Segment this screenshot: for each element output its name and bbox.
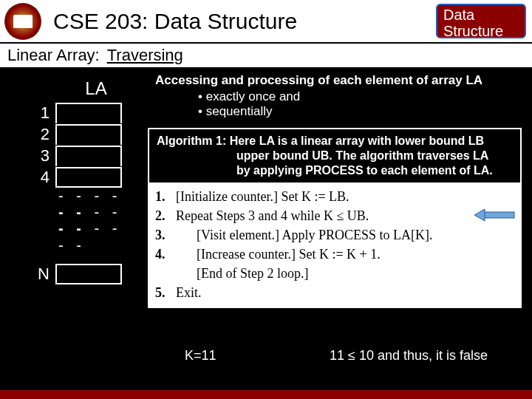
algo-step: [End of Step 2 loop.] [155, 264, 514, 283]
definition-line: Accessing and processing of each element… [155, 73, 522, 88]
array-row: N [26, 263, 137, 284]
svg-marker-1 [474, 209, 485, 221]
k-value: K=11 [185, 348, 216, 364]
bullet-item: sequentially [198, 104, 522, 119]
array-cell [55, 167, 122, 188]
array-cell [55, 124, 122, 145]
algo-head-line: Algorithm 1: Here LA is a linear array w… [157, 134, 513, 149]
algo-step: 1.[Initialize counter.] Set K := LB. [155, 187, 514, 206]
array-row: 3 [26, 145, 137, 166]
definition-block: Accessing and processing of each element… [155, 73, 522, 119]
array-row: 2 [26, 123, 137, 145]
array-row: 1 [26, 102, 137, 123]
definition-bullets: exactly once and sequentially [155, 89, 522, 119]
slide-body: LA 1 2 3 4 - - - - - - - - - - - - - - -… [0, 67, 532, 390]
array-index: 2 [26, 125, 55, 144]
array-ellipsis: - - - - - - [26, 204, 137, 220]
logo-seal [4, 3, 41, 40]
header: CSE 203: Data Structure Data Structure [0, 0, 532, 44]
subhead-label: Linear Array: [0, 46, 107, 65]
algo-head-line: by applying PROCESS to each element of L… [157, 163, 513, 178]
algo-step: 5.Exit. [155, 283, 514, 302]
array-cell [55, 103, 122, 123]
badge-line1: Data [443, 7, 519, 23]
book-icon [13, 15, 33, 28]
array-ellipsis: - - - - - - [26, 188, 137, 204]
array-diagram: LA 1 2 3 4 - - - - - - - - - - - - - - -… [26, 78, 137, 284]
algorithm-steps: 1.[Initialize counter.] Set K := LB. 2.R… [148, 183, 522, 308]
algo-step: 2.Repeat Steps 3 and 4 while K ≤ UB. [155, 206, 514, 225]
badge-line2: Structure [443, 23, 519, 39]
array-index: 3 [26, 146, 55, 166]
algorithm-heading: Algorithm 1: Here LA is a linear array w… [148, 128, 522, 184]
array-ellipsis: - - - - - - [26, 220, 137, 236]
array-cell [55, 264, 122, 284]
footer-bar [0, 390, 532, 399]
array-row: 4 [26, 166, 137, 188]
array-index: N [26, 265, 55, 284]
subheading: Linear Array: Traversing [0, 44, 532, 67]
array-index: 1 [26, 103, 55, 123]
course-title: CSE 203: Data Structure [46, 0, 430, 42]
algo-step: 3.[Visit element.] Apply PROCESS to LA[K… [155, 225, 514, 245]
algo-head-line: upper bound UB. The algorithm traverses … [157, 149, 513, 163]
topic-badge: Data Structure [436, 4, 526, 38]
k-condition: 11 ≤ 10 and thus, it is false [330, 348, 488, 364]
bullet-item: exactly once and [198, 89, 522, 104]
pointer-arrow-icon [474, 208, 516, 221]
algo-step: 4.[Increase counter.] Set K := K + 1. [155, 245, 514, 264]
array-index: 4 [26, 168, 55, 187]
university-logo [0, 0, 46, 42]
array-label: LA [66, 78, 126, 99]
subhead-value: Traversing [107, 46, 183, 65]
svg-rect-0 [483, 212, 514, 218]
array-cell [55, 146, 122, 166]
